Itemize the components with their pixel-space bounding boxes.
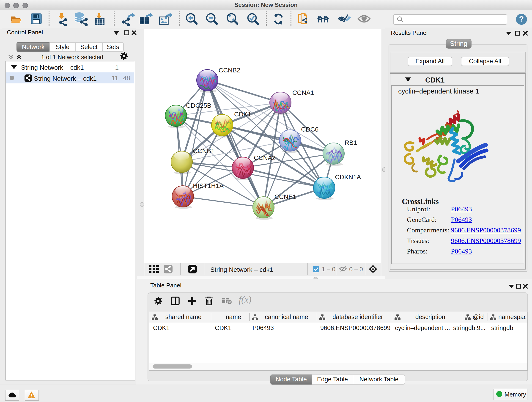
svg-text:CCNE1: CCNE1 (274, 193, 296, 200)
svg-text:CDK1: CDK1 (234, 111, 251, 118)
svg-text:CCNB1: CCNB1 (193, 147, 215, 154)
svg-text:CCNB2: CCNB2 (219, 67, 240, 74)
svg-text:RB1: RB1 (345, 139, 357, 146)
svg-text:CDC25B: CDC25B (186, 102, 211, 109)
svg-text:CCNA1: CCNA1 (292, 89, 314, 96)
svg-text:CDKN1A: CDKN1A (335, 173, 361, 181)
svg-text:CDC6: CDC6 (301, 126, 318, 133)
svg-text:HIST1H1A: HIST1H1A (193, 182, 224, 189)
svg-text:CCNA2: CCNA2 (254, 154, 276, 161)
